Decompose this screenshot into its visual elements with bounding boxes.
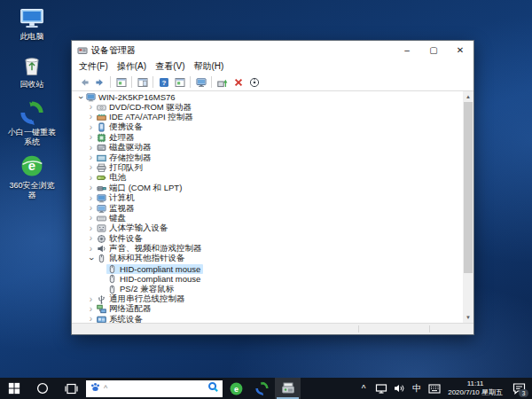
search-caret[interactable]: ^ [104,384,107,393]
menu-bar: 文件(F)操作(A)查看(V)帮助(H) [72,59,473,74]
chevron-collapsed-icon[interactable]: › [86,153,96,162]
cortana-button[interactable] [28,378,57,399]
system-tray: ^ 中 11:11 2020/7/10 星期五 3 [355,378,532,399]
storage-controller-icon [97,153,106,163]
tree-item[interactable]: ›打印队列 [74,163,462,173]
tray-overflow-chevron[interactable]: ^ [355,378,372,399]
tree-item[interactable]: ›监视器 [74,203,462,213]
taskbar: ^ e ^ 中 11:11 2020/7/10 星期五 [0,378,532,399]
maximize-button[interactable]: ▢ [420,41,447,59]
close-button[interactable]: ✕ [447,41,473,59]
chevron-collapsed-icon[interactable]: › [86,315,96,323]
device-manager-icon [281,381,295,395]
ime-indicator[interactable]: 中 [408,378,426,399]
chevron-collapsed-icon[interactable]: › [86,245,96,254]
items-view-button[interactable] [172,75,187,90]
baidu-paw-icon [90,380,101,396]
battery-icon [97,173,106,183]
tree-item[interactable]: ›鼠标和其他指针设备 [74,254,462,263]
show-action-pane-button[interactable] [135,75,150,90]
taskbar-app-xiaobai[interactable] [249,378,275,399]
desktop-icon-label: 此电脑 [20,32,44,42]
toolbar-separator [190,76,191,88]
toolbar-separator [211,76,212,88]
tree-item-label: WIN-2K5KP16MS76 [98,92,176,102]
desktop-icon-recycle-bin[interactable]: 回收站 [4,53,60,90]
desktop-wallpaper: 此电脑回收站小白一键重装 系统e360安全浏览 器 设备管理器 – ▢ ✕ 文件… [0,0,532,399]
search-logo-icon[interactable] [207,380,219,396]
toolbar-separator [153,76,153,88]
chevron-collapsed-icon[interactable]: › [86,133,96,142]
disc-drive-icon [97,103,106,113]
uninstall-icon [233,77,244,88]
taskbar-search-input[interactable]: ^ [86,380,223,397]
arrow-right-icon [95,77,106,88]
taskbar-clock[interactable]: 11:11 2020/7/10 星期五 [443,379,507,397]
minimize-button[interactable]: – [394,41,420,59]
help-button[interactable]: ? [156,75,171,90]
network-icon[interactable] [372,378,390,399]
desktop-icon-label: 回收站 [20,80,44,90]
recycle-bin-icon [19,53,45,78]
device-tree-area: ›WIN-2K5KP16MS76›DVD/CD-ROM 驱动器›IDE ATA/… [72,91,473,323]
tree-item-label: HID-compliant mouse [120,274,200,284]
chevron-collapsed-icon[interactable]: › [86,113,96,121]
desktop-icon-this-pc[interactable]: 此电脑 [4,5,60,42]
menu-item-1[interactable]: 操作(A) [113,60,151,73]
forward-button[interactable] [92,75,107,90]
start-button[interactable] [0,378,28,399]
taskbar-app-device-manager[interactable] [275,378,301,399]
device-tree: ›WIN-2K5KP16MS76›DVD/CD-ROM 驱动器›IDE ATA/… [74,92,462,323]
console-window-icon [116,77,127,88]
statusbar-divider [429,325,430,332]
chevron-collapsed-icon[interactable]: › [86,295,96,304]
show-console-tree-button[interactable] [113,75,129,90]
menu-item-2[interactable]: 查看(V) [151,60,189,73]
chevron-expanded-icon[interactable]: › [87,254,96,263]
update-driver-button[interactable] [215,75,230,90]
chevron-collapsed-icon[interactable]: › [86,123,96,132]
chevron-collapsed-icon[interactable]: › [86,103,96,112]
tree-item[interactable]: HID-compliant mouse [74,264,462,274]
window-titlebar[interactable]: 设备管理器 – ▢ ✕ [72,41,473,59]
chevron-collapsed-icon[interactable]: › [86,234,96,243]
ports-icon [97,184,106,193]
hid-icon [97,223,106,233]
properties-button[interactable] [193,75,208,90]
chevron-collapsed-icon[interactable]: › [86,174,96,183]
task-view-button[interactable] [57,378,85,399]
360-browser-icon: e [229,381,244,396]
statusbar-divider [358,325,359,332]
scan-hardware-changes-button[interactable] [246,75,262,90]
scroll-down-icon[interactable]: ▼ [463,312,473,323]
menu-item-3[interactable]: 帮助(H) [189,60,228,73]
chevron-collapsed-icon[interactable]: › [86,163,96,172]
chevron-collapsed-icon[interactable]: › [86,204,96,213]
chevron-collapsed-icon[interactable]: › [86,214,96,223]
back-button[interactable] [76,75,91,90]
taskbar-app-360-browser[interactable]: e [223,378,249,399]
desktop-icon-xiaobai-reinstall[interactable]: 小白一键重装 系统 [4,101,60,147]
touch-keyboard-icon[interactable] [426,378,443,399]
uninstall-device-button[interactable] [231,75,246,90]
mouse-icon [97,254,106,263]
chevron-collapsed-icon[interactable]: › [86,184,96,192]
tree-item[interactable]: ›系统设备 [74,315,462,323]
pane-window-icon [137,77,148,88]
volume-icon[interactable] [390,378,408,399]
print-queue-icon [97,163,106,173]
chevron-expanded-icon[interactable]: › [76,92,85,102]
chevron-collapsed-icon[interactable]: › [86,305,96,314]
scroll-up-icon[interactable]: ▲ [463,91,473,102]
chevron-collapsed-icon[interactable]: › [86,144,96,153]
menu-item-0[interactable]: 文件(F) [74,60,113,73]
vertical-scrollbar[interactable]: ▲ ▼ [463,91,473,323]
scrollbar-thumb[interactable] [464,102,473,273]
chevron-collapsed-icon[interactable]: › [86,194,96,203]
360-browser-icon: e [19,154,45,179]
toolbar-separator [131,76,132,88]
desktop-icon-360-browser[interactable]: e360安全浏览 器 [4,154,60,200]
action-center-button[interactable]: 3 [507,378,530,399]
svg-text:e: e [234,384,239,393]
chevron-collapsed-icon[interactable]: › [86,224,96,233]
